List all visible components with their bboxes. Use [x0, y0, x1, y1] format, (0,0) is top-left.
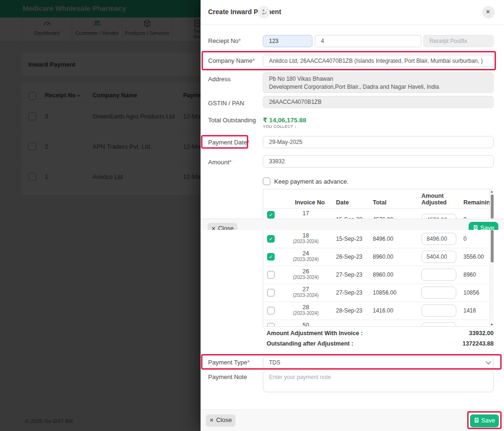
address-field: Pb No 180 Vikas Bhawan Development Corpo… [263, 72, 494, 93]
cell-invoice-no: 24 [291, 250, 321, 257]
modal-title: Create Inward Payment [208, 8, 281, 16]
cell-invoice-no: 26 [291, 268, 321, 275]
receipt-number-input[interactable] [315, 35, 421, 47]
cell-date: 26-Sep-23 [336, 254, 362, 260]
keep-advance-checkbox[interactable] [263, 177, 270, 185]
cell-invoice-no: 27 [291, 286, 321, 293]
address-label: Address [208, 76, 231, 83]
adjustment-total-value: 33932.00 [399, 330, 494, 337]
total-outstanding-label: Total Outstanding [208, 117, 256, 124]
amount-adjusted-input[interactable] [421, 251, 456, 263]
invoice-row-checkbox[interactable] [267, 289, 275, 296]
amount-adjusted-input[interactable] [421, 287, 456, 299]
total-outstanding-value: ₹ 14,06,175.88 [263, 116, 306, 124]
cell-total: 1416.00 [373, 307, 393, 314]
adjustment-total-label: Amount Adjustment With Invoice : [267, 330, 363, 337]
you-collect-badge: YOU COLLECT ↓ [263, 124, 297, 129]
scrollbar-thumb[interactable] [491, 230, 494, 262]
close-button-partial[interactable]: Close [208, 223, 237, 230]
cell-fy: (2023-2024) [291, 275, 321, 280]
invoice-row-checkbox[interactable] [267, 323, 275, 327]
amount-label: Amount* [208, 159, 232, 166]
cell-date: 15-Sep-23 [336, 236, 362, 242]
receipt-no-label: Reciept No* [208, 37, 241, 44]
amount-adjusted-input[interactable] [421, 233, 456, 245]
close-button[interactable]: Close [206, 414, 235, 427]
receipt-postfix-input[interactable] [423, 35, 494, 47]
col-amount-adjusted: Amount [421, 193, 444, 199]
close-icon[interactable] [482, 6, 495, 18]
payment-type-select[interactable]: TDS [263, 356, 494, 369]
cell-invoice-no: 18 [291, 232, 321, 239]
cell-fy: (2023-2024) [291, 239, 321, 244]
cell-total: 10856.00 [373, 289, 396, 296]
cell-date: 27-Sep-23 [336, 271, 362, 278]
cell-remaining: 8960 [463, 271, 476, 278]
add-undo-icon[interactable] [258, 6, 270, 18]
invoice-table-top: Invoice No Date Total Amount Adjusted Re… [263, 189, 494, 219]
payment-date-input[interactable] [263, 136, 494, 148]
outstanding-after-label: Outstanding after Adjustment : [267, 340, 353, 347]
receipt-prefix-input[interactable] [263, 35, 312, 47]
cell-remaining: 10856 [463, 289, 479, 296]
invoice-row-checkbox[interactable] [267, 235, 275, 243]
cell-invoice-no: 17 [291, 210, 321, 217]
col-total: Total [373, 199, 386, 206]
invoice-row-checkbox[interactable] [267, 211, 275, 219]
cell-remaining: 1416 [463, 307, 476, 314]
company-name-label: Company Name* [208, 57, 255, 64]
col-amount-adjusted: Adjusted [421, 199, 446, 206]
invoice-table-scrollbar[interactable] [489, 189, 494, 219]
cell-fy: (2023-2024) [291, 257, 321, 262]
gstin-label: GSTIN / PAN [208, 100, 244, 107]
invoice-table-scrollbar[interactable] [489, 230, 494, 327]
col-invoice-no: Invoice No [295, 199, 325, 206]
cell-remaining: 3556.00 [463, 254, 484, 260]
cell-invoice-no: 50 [291, 322, 321, 327]
amount-adjusted-input[interactable] [421, 322, 456, 327]
create-inward-payment-modal: Create Inward Payment Reciept No* Compan… [201, 0, 504, 431]
invoice-row-checkbox[interactable] [267, 253, 275, 261]
save-button-partial[interactable]: Save [469, 222, 498, 230]
payment-note-input[interactable] [263, 371, 494, 392]
company-name-select[interactable]: Aniidco Ltd, 26AACCA4070B1ZB (Islands In… [263, 55, 494, 67]
cell-fy: (2023-2024) [291, 293, 321, 298]
payment-type-label: Payment Type* [208, 359, 250, 366]
down-arrow-icon: ↓ [294, 124, 297, 129]
cell-remaining: 0 [463, 236, 467, 242]
col-date: Date [336, 199, 349, 206]
cell-date: 28-Sep-23 [336, 307, 362, 314]
scrollbar-thumb[interactable] [491, 194, 494, 219]
save-icon [474, 417, 479, 423]
cell-total: 8960.00 [373, 254, 393, 260]
payment-note-label: Payment Note [208, 373, 247, 380]
payment-date-label: Payment Date* [208, 139, 249, 146]
invoice-row-checkbox[interactable] [267, 271, 275, 279]
outstanding-after-value: 1372243.88 [399, 340, 494, 347]
modal-footer: Close Save [201, 409, 504, 431]
invoice-row-checkbox[interactable] [267, 307, 275, 314]
amount-input[interactable] [263, 155, 494, 168]
invoice-table-bottom: 18 (2023-2024) 15-Sep-23 8496.00 0 24 (2… [263, 230, 494, 327]
gstin-field: 26AACCA4070B1ZB [263, 96, 494, 108]
cell-total: 8496.00 [373, 236, 393, 242]
cell-fy: (2023-2024) [291, 311, 321, 316]
stitch-seam-strip: Close Save [201, 219, 504, 230]
modal-header: Create Inward Payment [201, 0, 504, 25]
keep-advance-label: Keep payment as advance. [274, 178, 349, 185]
cell-date: 27-Sep-23 [336, 289, 362, 296]
cell-total: 8960.00 [373, 271, 393, 278]
save-button[interactable]: Save [470, 414, 499, 427]
amount-adjusted-input[interactable] [421, 269, 456, 281]
amount-adjusted-input[interactable] [421, 304, 456, 317]
cell-invoice-no: 28 [291, 304, 321, 311]
amount-adjusted-input[interactable] [421, 214, 456, 219]
